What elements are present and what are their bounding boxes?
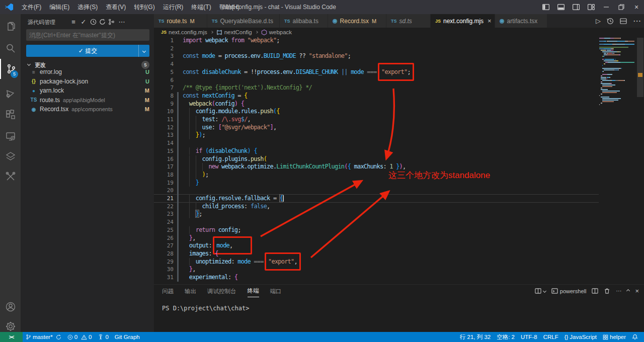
commit-dropdown[interactable] xyxy=(138,45,149,57)
source-control-icon[interactable]: 5 xyxy=(0,59,21,79)
encoding[interactable]: UTF-8 xyxy=(518,332,540,342)
more-actions-icon[interactable]: ⋯ xyxy=(616,288,621,294)
language-mode[interactable]: {}JavaScript xyxy=(561,332,600,342)
terminal-prompt[interactable]: PS D:\project\chat\chat> xyxy=(162,305,249,312)
code-line-3: const mode = process.env.BUILD_MODE ?? "… xyxy=(183,52,599,60)
scm-file-error.log[interactable]: ≡error.logU xyxy=(21,67,154,76)
tools-extension-icon[interactable] xyxy=(0,166,21,187)
menu-item-3[interactable]: 查看(V) xyxy=(102,0,130,14)
toggle-panel-icon[interactable] xyxy=(553,0,569,14)
scm-file-Record.tsx[interactable]: ◉Record.tsxapp\componentsM xyxy=(21,105,154,114)
toggle-secondary-sidebar-icon[interactable] xyxy=(569,0,584,14)
minimap-line xyxy=(625,44,634,45)
menu-item-7[interactable]: 帮助(H) xyxy=(215,0,244,14)
scm-file-package-lock.json[interactable]: {}package-lock.jsonU xyxy=(21,77,154,86)
commit-button[interactable]: ✓ 提交 xyxy=(26,45,149,57)
layers-extension-icon[interactable] xyxy=(0,146,21,166)
panel-tab-问题[interactable]: 问题 xyxy=(162,286,174,297)
indent-guide xyxy=(196,116,196,124)
commit-check-icon[interactable]: ✓ xyxy=(79,17,88,26)
history-clock-icon[interactable] xyxy=(89,17,98,26)
panel-tab-终端[interactable]: 终端 xyxy=(248,285,259,297)
minimap-line xyxy=(602,65,603,66)
run-file-icon[interactable]: ▷ xyxy=(596,17,601,25)
extension-status[interactable]: helper xyxy=(600,332,629,342)
breadcrumb[interactable]: JS next.config.mjs nextConfig webpack xyxy=(154,28,644,37)
scm-file-yarn.lock[interactable]: ●yarn.lockM xyxy=(21,86,154,95)
kill-terminal-icon[interactable] xyxy=(604,288,610,294)
customize-layout-icon[interactable] xyxy=(584,0,599,14)
explorer-icon[interactable] xyxy=(0,17,21,37)
tab-next.config.mjs[interactable]: JSnext.config.mjs× xyxy=(431,14,495,28)
code-line-31: experimental: { xyxy=(183,274,599,282)
scm-sidebar: 源代码管理 ≡ ✓ ⋯ ✓ 提交 更改 5 ≡error.logU{}packa… xyxy=(21,14,154,332)
menu-item-6[interactable]: 终端(T) xyxy=(187,0,215,14)
tab-QueryableBase.d.ts[interactable]: TSQueryableBase.d.ts xyxy=(207,14,280,28)
branch-indicator[interactable]: master* xyxy=(23,332,64,342)
panel-tab-输出[interactable]: 输出 xyxy=(185,286,196,297)
timeline-icon[interactable] xyxy=(607,18,614,25)
split-editor-icon[interactable] xyxy=(620,18,627,25)
refresh-icon[interactable] xyxy=(98,17,107,26)
minimap-line xyxy=(601,103,602,104)
split-terminal-icon[interactable] xyxy=(592,288,598,294)
eol-sequence[interactable]: CRLF xyxy=(540,332,561,342)
chevron-right-icon xyxy=(210,31,213,34)
menu-item-4[interactable]: 转到(G) xyxy=(130,0,158,14)
extensions-icon[interactable] xyxy=(0,105,21,125)
launch-profile-icon[interactable] xyxy=(535,288,546,294)
panel-tab-调试控制台[interactable]: 调试控制台 xyxy=(207,286,236,297)
minimap-line xyxy=(601,88,602,89)
branch-graph-icon[interactable] xyxy=(107,17,116,26)
run-debug-icon[interactable] xyxy=(0,83,21,104)
line-number: 27 xyxy=(154,242,174,250)
tab-alibaba.ts[interactable]: TSalibaba.ts xyxy=(280,14,328,28)
remote-explorer-icon[interactable] xyxy=(0,126,21,146)
ts-file-icon: TS xyxy=(30,97,37,103)
more-actions-icon[interactable]: ⋯ xyxy=(117,17,126,26)
menu-item-1[interactable]: 编辑(E) xyxy=(45,0,73,14)
tab-Record.tsx[interactable]: ◉Record.tsxM xyxy=(328,14,386,28)
menu-item-2[interactable]: 选择(S) xyxy=(73,0,102,14)
menu-item-5[interactable]: 运行(R) xyxy=(159,0,188,14)
problems-indicator[interactable]: 0 0 xyxy=(64,332,95,342)
minimize-icon[interactable] xyxy=(599,0,614,14)
line-number: 28 xyxy=(154,250,174,258)
scm-file-route.ts[interactable]: TSroute.tsapp\api\bigModelM xyxy=(21,96,154,105)
breadcrumb-symbol1[interactable]: nextConfig xyxy=(224,29,252,35)
file-path: app\components xyxy=(71,106,112,112)
scrollbar-thumb[interactable] xyxy=(637,38,643,97)
breadcrumb-symbol2[interactable]: webpack xyxy=(269,29,292,35)
git-graph-button[interactable]: Git Graph xyxy=(112,332,143,342)
close-tab-icon[interactable]: × xyxy=(488,17,492,25)
restore-icon[interactable] xyxy=(614,0,629,14)
code-line-22: child_process: false, xyxy=(183,203,599,211)
close-panel-icon[interactable]: × xyxy=(635,287,639,295)
tab-sd.ts[interactable]: TSsd.ts xyxy=(386,14,431,28)
editor-scrollbar[interactable] xyxy=(636,37,644,284)
minimap-line xyxy=(614,38,620,39)
notifications-bell[interactable] xyxy=(629,332,641,342)
code-line-28: images: { xyxy=(183,250,599,258)
tab-artifacts.tsx[interactable]: ◉artifacts.tsx xyxy=(495,14,547,28)
remote-indicator[interactable]: >< xyxy=(0,332,23,342)
commit-message-input[interactable] xyxy=(26,29,149,41)
panel-tab-端口[interactable]: 端口 xyxy=(270,286,282,297)
code-viewport[interactable]: 1234567891011121314151617181920212223242… xyxy=(154,37,644,284)
ports-indicator[interactable]: 0 xyxy=(95,332,111,342)
line-number: 4 xyxy=(154,60,174,68)
menu-item-0[interactable]: 文件(F) xyxy=(18,0,45,14)
account-icon[interactable] xyxy=(0,297,21,317)
maximize-panel-icon[interactable] xyxy=(626,289,630,293)
breadcrumb-file[interactable]: next.config.mjs xyxy=(169,29,207,35)
search-icon[interactable] xyxy=(0,38,21,58)
more-actions-icon[interactable]: ⋯ xyxy=(633,16,641,26)
cursor-position[interactable]: 行 21, 列 32 xyxy=(457,332,494,342)
tab-route.ts[interactable]: TSroute.tsM xyxy=(154,14,207,28)
terminal-instance[interactable]: powershell xyxy=(551,288,587,294)
close-window-icon[interactable]: × xyxy=(629,0,644,14)
line-number: 9 xyxy=(154,100,174,108)
toggle-sidebar-icon[interactable] xyxy=(538,0,553,14)
view-as-list-icon[interactable]: ≡ xyxy=(69,17,78,26)
indentation[interactable]: 空格: 2 xyxy=(494,332,518,342)
